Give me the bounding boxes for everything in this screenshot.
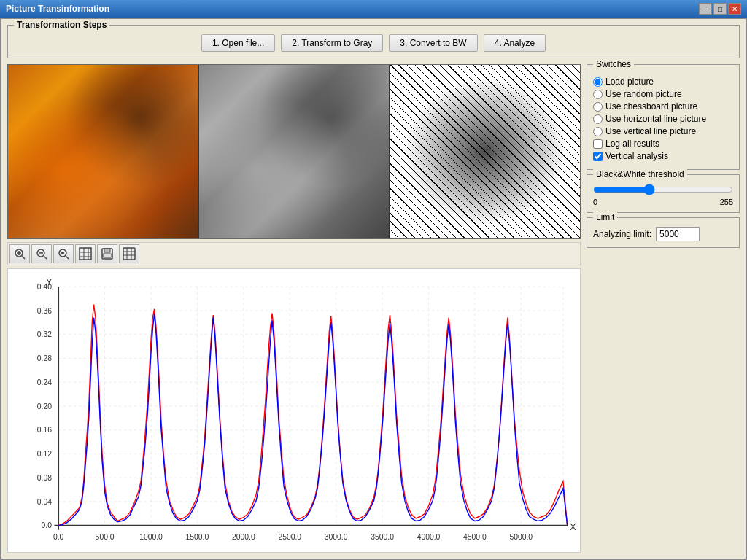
- color-image: [8, 65, 198, 238]
- convert-bw-button[interactable]: 3. Convert to BW: [389, 34, 477, 52]
- slider-labels: 0 255: [593, 198, 733, 206]
- svg-text:0.16: 0.16: [37, 425, 52, 434]
- threshold-title: Black&White threshold: [593, 169, 687, 179]
- svg-point-9: [61, 252, 64, 254]
- main-window: Transformation Steps 1. Open file... 2. …: [0, 18, 747, 560]
- chessboard-picture-label: Use chessboard picture: [605, 101, 697, 112]
- load-picture-row: Load picture: [593, 77, 733, 87]
- svg-text:2500.0: 2500.0: [278, 532, 301, 541]
- transformation-steps-title: Transformation Steps: [14, 20, 109, 30]
- transform-gray-button[interactable]: 2. Transform to Gray: [281, 34, 383, 52]
- random-picture-row: Use random picture: [593, 89, 733, 99]
- svg-text:0.12: 0.12: [37, 449, 52, 458]
- transformation-steps-group: Transformation Steps 1. Open file... 2. …: [7, 25, 740, 58]
- toolbar: [7, 242, 581, 265]
- close-button[interactable]: ✕: [728, 3, 741, 15]
- table-tool[interactable]: [119, 244, 139, 263]
- svg-text:3500.0: 3500.0: [371, 532, 394, 541]
- random-picture-label: Use random picture: [605, 89, 682, 99]
- svg-text:0.0: 0.0: [53, 532, 63, 541]
- analyze-button[interactable]: 4. Analyze: [484, 34, 546, 52]
- vertical-analysis-label: Vertical analysis: [605, 151, 668, 161]
- slider-container: 0 255: [593, 184, 733, 206]
- slider-max: 255: [720, 198, 733, 206]
- slider-min: 0: [593, 198, 597, 206]
- chessboard-picture-radio[interactable]: [593, 102, 603, 112]
- vertical-line-row: Use vertical line picture: [593, 126, 733, 136]
- log-all-checkbox[interactable]: [593, 139, 603, 149]
- chessboard-picture-row: Use chessboard picture: [593, 101, 733, 112]
- svg-line-5: [44, 256, 47, 259]
- svg-rect-18: [123, 248, 135, 260]
- title-bar: Picture Transinformation − □ ✕: [0, 0, 747, 18]
- svg-rect-10: [80, 248, 91, 260]
- svg-text:0.04: 0.04: [37, 497, 52, 505]
- horizontal-line-row: Use horizontal line picture: [593, 114, 733, 124]
- save-image-tool[interactable]: [97, 244, 117, 263]
- svg-rect-23: [8, 269, 580, 552]
- steps-row: 1. Open file... 2. Transform to Gray 3. …: [14, 31, 733, 52]
- svg-text:1000.0: 1000.0: [139, 532, 163, 541]
- minimize-button[interactable]: −: [699, 3, 712, 15]
- svg-text:0.40: 0.40: [37, 282, 52, 291]
- vertical-line-label: Use vertical line picture: [605, 126, 696, 136]
- zoom-out-tool[interactable]: [31, 244, 52, 263]
- load-picture-radio[interactable]: [593, 77, 603, 87]
- maximize-button[interactable]: □: [713, 3, 727, 15]
- log-all-label: Log all results: [605, 139, 659, 149]
- random-picture-radio[interactable]: [593, 90, 603, 99]
- log-all-row: Log all results: [593, 139, 733, 149]
- vertical-analysis-checkbox[interactable]: [593, 152, 603, 161]
- limit-input[interactable]: [656, 227, 700, 241]
- left-panel: Y X 0.0 0.04 0.08 0.12 0.16 0.20 0.24 0.…: [7, 64, 581, 553]
- limit-title: Limit: [593, 212, 617, 222]
- svg-rect-17: [103, 254, 112, 257]
- bw-image: [390, 65, 580, 238]
- svg-line-8: [66, 256, 69, 259]
- grid-tool[interactable]: [75, 244, 96, 263]
- svg-text:500.0: 500.0: [96, 532, 115, 541]
- svg-text:5000.0: 5000.0: [509, 532, 533, 541]
- threshold-box: Black&White threshold 0 255: [587, 174, 740, 213]
- svg-text:0.08: 0.08: [37, 473, 52, 482]
- chart-svg: Y X 0.0 0.04 0.08 0.12 0.16 0.20 0.24 0.…: [8, 269, 580, 552]
- chart-area: Y X 0.0 0.04 0.08 0.12 0.16 0.20 0.24 0.…: [7, 268, 581, 553]
- right-panel: Switches Load picture Use random picture…: [587, 64, 740, 553]
- fit-tool[interactable]: [53, 244, 74, 263]
- vertical-line-radio[interactable]: [593, 127, 603, 136]
- x-axis-label: X: [570, 521, 576, 532]
- svg-text:0.32: 0.32: [37, 330, 52, 338]
- horizontal-line-radio[interactable]: [593, 114, 603, 124]
- open-file-button[interactable]: 1. Open file...: [201, 34, 275, 52]
- svg-text:4500.0: 4500.0: [463, 532, 487, 541]
- switches-title: Switches: [593, 59, 634, 69]
- svg-text:0.20: 0.20: [37, 401, 52, 410]
- svg-text:2000.0: 2000.0: [232, 532, 255, 541]
- load-picture-label: Load picture: [605, 77, 654, 87]
- svg-rect-16: [104, 249, 110, 252]
- window-controls: − □ ✕: [699, 3, 741, 15]
- content-area: Y X 0.0 0.04 0.08 0.12 0.16 0.20 0.24 0.…: [7, 64, 740, 553]
- limit-label: Analyzing limit:: [593, 229, 651, 239]
- limit-box: Limit Analyzing limit:: [587, 217, 740, 248]
- svg-text:1500.0: 1500.0: [186, 532, 209, 541]
- threshold-slider[interactable]: [593, 184, 733, 195]
- images-row: [7, 64, 581, 239]
- switches-box: Switches Load picture Use random picture…: [587, 64, 740, 170]
- gray-image: [199, 65, 389, 238]
- svg-text:0.0: 0.0: [42, 521, 52, 529]
- svg-text:0.28: 0.28: [37, 354, 52, 362]
- svg-text:0.24: 0.24: [37, 378, 52, 386]
- svg-text:4000.0: 4000.0: [417, 532, 441, 541]
- svg-text:0.36: 0.36: [37, 306, 52, 314]
- horizontal-line-label: Use horizontal line picture: [605, 114, 706, 124]
- vertical-analysis-row: Vertical analysis: [593, 151, 733, 161]
- svg-text:3000.0: 3000.0: [325, 532, 348, 541]
- svg-line-1: [22, 256, 25, 259]
- limit-row: Analyzing limit:: [593, 227, 733, 241]
- window-title: Picture Transinformation: [6, 4, 109, 14]
- zoom-in-tool[interactable]: [9, 244, 30, 263]
